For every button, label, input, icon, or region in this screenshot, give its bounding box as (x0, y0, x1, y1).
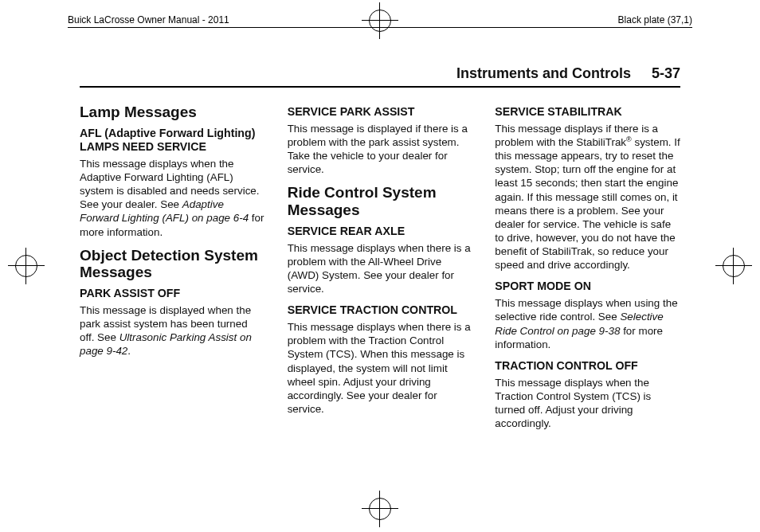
message-heading-service-traction-control: SERVICE TRACTION CONTROL (288, 303, 473, 317)
message-body-service-stabilitrak: This message displays if there is a prob… (495, 122, 680, 272)
section-heading-lamp-messages: Lamp Messages (80, 104, 265, 120)
text-fragment: This message displays when the Adaptive … (80, 158, 260, 210)
message-body-park-assist-off: This message is displayed when the park … (80, 303, 265, 358)
column-3: SERVICE STABILITRAK This message display… (495, 99, 680, 438)
message-heading-service-park-assist: SERVICE PARK ASSIST (288, 105, 473, 119)
message-heading-afl-lamps: AFL (Adaptive Forward Lighting) LAMPS NE… (80, 127, 265, 154)
plate-label: Black plate (37,1) (618, 14, 692, 25)
message-body-afl-lamps: This message displays when the Adaptive … (80, 157, 265, 239)
message-body-service-park-assist: This message is displayed if there is a … (288, 122, 473, 177)
registration-mark-bottom-icon (362, 491, 398, 527)
message-heading-park-assist-off: PARK ASSIST OFF (80, 287, 265, 300)
message-body-traction-control-off: This message displays when the Traction … (495, 376, 680, 431)
chapter-header: Instruments and Controls 5-37 (80, 65, 680, 86)
message-body-service-traction-control: This message displays when there is a pr… (288, 320, 473, 416)
column-1: Lamp Messages AFL (Adaptive Forward Ligh… (80, 99, 265, 438)
section-heading-object-detection: Object Detection System Messages (80, 247, 265, 281)
manual-title: Buick LaCrosse Owner Manual - 2011 (68, 14, 229, 25)
message-body-sport-mode-on: This message displays when using the sel… (495, 296, 680, 351)
text-fragment: . (127, 345, 131, 357)
message-heading-sport-mode-on: SPORT MODE ON (495, 280, 680, 293)
registration-mark-left-icon (8, 248, 45, 284)
top-meta-underline (68, 27, 692, 28)
registration-mark-right-icon (715, 248, 752, 284)
page-number: 5-37 (652, 65, 680, 82)
header-rule (80, 86, 680, 88)
chapter-title: Instruments and Controls (456, 65, 631, 82)
body-columns: Lamp Messages AFL (Adaptive Forward Ligh… (80, 99, 680, 438)
column-2: SERVICE PARK ASSIST This message is disp… (288, 99, 473, 438)
page: Buick LaCrosse Owner Manual - 2011 Black… (0, 0, 760, 532)
section-heading-ride-control: Ride Control System Messages (288, 184, 473, 218)
text-fragment: system. If this message appears, try to … (495, 136, 680, 271)
message-heading-traction-control-off: TRACTION CONTROL OFF (495, 359, 680, 373)
top-meta-row: Buick LaCrosse Owner Manual - 2011 Black… (68, 14, 692, 25)
message-heading-service-rear-axle: SERVICE REAR AXLE (288, 225, 473, 238)
registered-trademark-icon: ® (626, 135, 632, 143)
message-body-service-rear-axle: This message displays when there is a pr… (288, 241, 473, 296)
message-heading-service-stabilitrak: SERVICE STABILITRAK (495, 105, 680, 119)
